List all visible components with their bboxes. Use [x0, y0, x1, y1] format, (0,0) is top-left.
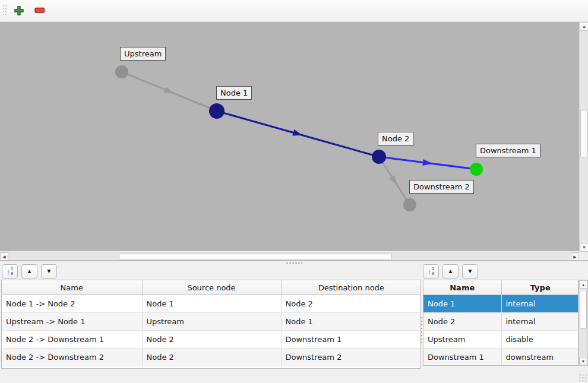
scroll-right-arrow-icon: ▶	[573, 255, 576, 259]
table-row[interactable]: Upstreamdisable	[423, 331, 578, 349]
graph-canvas[interactable]: UpstreamNode 1Node 2Downstream 1Downstre…	[0, 22, 579, 251]
bottom-panel: ↑ 19 ▲ ▼ ↑ 19 ▲ ▼ Name	[0, 264, 588, 383]
table-cell[interactable]: Node 2	[142, 331, 281, 349]
application-window: UpstreamNode 1Node 2Downstream 1Downstre…	[0, 0, 588, 383]
scroll-up-arrow-icon: ▲	[582, 24, 586, 29]
table-cell[interactable]: disable	[501, 331, 578, 349]
table-cell[interactable]: Node 1 -> Node 2	[2, 295, 142, 313]
add-button[interactable]	[12, 4, 26, 17]
table-cell[interactable]: Node 2	[423, 313, 501, 331]
sort-button[interactable]: ↑ 19	[423, 264, 439, 278]
vertical-scrollbar-thumb[interactable]	[580, 290, 587, 329]
column-header-name[interactable]: Name	[2, 280, 142, 295]
node-downstream1[interactable]	[470, 163, 483, 176]
up-arrow-icon: ▲	[448, 268, 454, 274]
node-label-downstream1[interactable]: Downstream 1	[476, 144, 540, 157]
scroll-up-button[interactable]: ▲	[579, 280, 587, 289]
scroll-down-button[interactable]: ▼	[579, 357, 587, 365]
table-cell[interactable]: Node 2	[142, 349, 281, 366]
edges-table-toolbar: ↑ 19 ▲ ▼	[2, 264, 57, 278]
node-label-upstream[interactable]: Upstream	[120, 47, 166, 61]
scroll-down-arrow-icon: ▼	[582, 245, 586, 249]
node-label-node2[interactable]: Node 2	[378, 132, 413, 145]
move-up-button[interactable]: ▲	[21, 264, 37, 278]
scroll-down-button[interactable]: ▼	[580, 243, 588, 252]
up-arrow-icon: ▲	[27, 268, 33, 274]
scroll-right-button[interactable]: ▶	[571, 252, 579, 261]
table-cell[interactable]: internal	[501, 313, 578, 331]
node-upstream[interactable]	[115, 65, 128, 78]
column-header-source-node[interactable]: Source node	[142, 280, 281, 295]
column-header-destination-node[interactable]: Destination node	[281, 280, 421, 295]
sort-ascending-icon: ↑ 19	[7, 267, 13, 276]
nodes-table-scrollbar[interactable]: ▲ ▼	[578, 280, 588, 366]
table-cell[interactable]: Upstream	[142, 313, 281, 331]
table-cell[interactable]: downstream	[501, 349, 578, 366]
sort-button[interactable]: ↑ 19	[2, 264, 18, 278]
minus-icon	[34, 7, 45, 14]
table-row[interactable]: Node 2 -> Downstream 1Node 2Downstream 1	[2, 331, 421, 349]
canvas-vertical-scrollbar[interactable]: ▲ ▼	[579, 22, 588, 252]
node-label-node1[interactable]: Node 1	[216, 86, 252, 100]
node-downstream2[interactable]	[403, 198, 416, 211]
node-label-downstream2[interactable]: Downstream 2	[409, 180, 474, 194]
table-cell[interactable]: Node 1	[423, 295, 501, 313]
vertical-scrollbar-thumb[interactable]	[580, 110, 588, 157]
canvas-region: UpstreamNode 1Node 2Downstream 1Downstre…	[0, 22, 588, 260]
nodes-table: Name Type Node 1internalNode 2internalUp…	[423, 280, 578, 366]
table-cell[interactable]: internal	[501, 295, 578, 313]
table-cell[interactable]: Node 2	[281, 295, 421, 313]
table-cell[interactable]: Upstream -> Node 1	[2, 313, 142, 331]
scroll-down-arrow-icon: ▼	[581, 359, 586, 363]
table-row[interactable]: Downstream 1downstream	[423, 349, 578, 366]
column-header-type[interactable]: Type	[501, 280, 578, 295]
nodes-table-toolbar: ↑ 19 ▲ ▼	[423, 264, 478, 278]
scroll-up-arrow-icon: ▲	[581, 283, 586, 287]
sort-ascending-icon: ↑ 19	[428, 267, 434, 276]
scroll-up-button[interactable]: ▲	[580, 22, 588, 31]
edge-arrow-icon	[389, 175, 400, 186]
down-arrow-icon: ▼	[46, 268, 52, 274]
move-up-button[interactable]: ▲	[442, 264, 459, 278]
table-row[interactable]: Upstream -> Node 1UpstreamNode 1	[2, 313, 421, 331]
table-row[interactable]: Node 1 -> Node 2Node 1Node 2	[2, 295, 421, 313]
table-cell[interactable]: Node 2 -> Downstream 1	[2, 331, 142, 349]
down-arrow-icon: ▼	[467, 268, 473, 274]
node-node1[interactable]	[209, 103, 225, 119]
main-toolbar	[0, 0, 588, 21]
toolbar-drag-handle[interactable]	[2, 4, 7, 17]
column-header-name[interactable]: Name	[423, 280, 501, 295]
table-cell[interactable]: Downstream 1	[281, 331, 421, 349]
canvas-horizontal-scrollbar[interactable]: ◀ ▶	[0, 252, 579, 260]
move-down-button[interactable]: ▼	[462, 264, 478, 278]
scroll-left-button[interactable]: ◀	[0, 252, 8, 261]
move-down-button[interactable]: ▼	[41, 264, 57, 278]
remove-button[interactable]	[33, 5, 46, 15]
table-cell[interactable]: Downstream 2	[281, 349, 421, 366]
edge-arrow-icon	[292, 129, 303, 138]
scrollbar-corner	[579, 252, 588, 260]
scroll-left-arrow-icon: ◀	[2, 255, 5, 259]
table-cell[interactable]: Node 2 -> Downstream 2	[2, 349, 142, 366]
graph-svg	[0, 22, 579, 251]
edge-arrow-icon	[164, 87, 175, 96]
edges-table: Name Source node Destination node Node 1…	[1, 280, 421, 369]
table-row[interactable]: Node 2 -> Downstream 2Node 2Downstream 2	[2, 349, 421, 366]
window-resize-grip-icon[interactable]	[578, 373, 587, 382]
table-row[interactable]: Node 2internal	[423, 313, 578, 331]
node-node2[interactable]	[372, 150, 386, 164]
table-cell[interactable]: Downstream 1	[423, 349, 501, 366]
table-cell[interactable]: Node 1	[281, 313, 421, 331]
table-row[interactable]: Node 1internal	[423, 295, 578, 313]
horizontal-scrollbar-thumb[interactable]	[119, 253, 392, 260]
plus-icon	[14, 5, 24, 16]
table-cell[interactable]: Node 1	[142, 295, 281, 313]
table-cell[interactable]: Upstream	[423, 331, 501, 349]
